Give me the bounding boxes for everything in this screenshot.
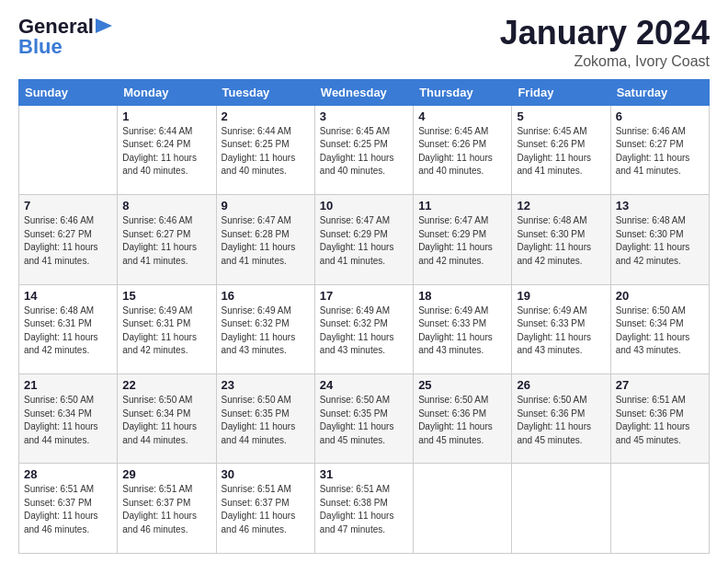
logo-arrow-icon xyxy=(96,18,112,33)
day-info: Sunrise: 6:45 AMSunset: 6:26 PMDaylight:… xyxy=(418,125,506,178)
day-number: 9 xyxy=(222,199,310,213)
day-info: Sunrise: 6:51 AMSunset: 6:37 PMDaylight:… xyxy=(222,483,310,536)
day-info: Sunrise: 6:49 AMSunset: 6:33 PMDaylight:… xyxy=(418,304,506,358)
col-thursday: Thursday xyxy=(414,79,512,105)
table-row: 5Sunrise: 6:45 AMSunset: 6:26 PMDaylight… xyxy=(512,105,610,194)
day-info: Sunrise: 6:49 AMSunset: 6:32 PMDaylight:… xyxy=(320,304,408,358)
day-number: 13 xyxy=(616,199,704,213)
day-info: Sunrise: 6:48 AMSunset: 6:31 PMDaylight:… xyxy=(24,304,112,358)
table-row: 17Sunrise: 6:49 AMSunset: 6:32 PMDayligh… xyxy=(314,284,413,373)
day-number: 23 xyxy=(222,378,310,392)
day-number: 16 xyxy=(222,289,310,303)
day-info: Sunrise: 6:50 AMSunset: 6:34 PMDaylight:… xyxy=(24,394,112,447)
table-row: 11Sunrise: 6:47 AMSunset: 6:29 PMDayligh… xyxy=(414,195,512,284)
day-number: 20 xyxy=(616,289,704,303)
logo-blue: Blue xyxy=(18,35,63,59)
table-row: 22Sunrise: 6:50 AMSunset: 6:34 PMDayligh… xyxy=(118,374,216,464)
calendar-table: Sunday Monday Tuesday Wednesday Thursday… xyxy=(18,79,710,554)
day-number: 1 xyxy=(122,109,210,123)
day-info: Sunrise: 6:45 AMSunset: 6:26 PMDaylight:… xyxy=(517,125,605,178)
table-row: 31Sunrise: 6:51 AMSunset: 6:38 PMDayligh… xyxy=(314,464,413,554)
day-info: Sunrise: 6:50 AMSunset: 6:35 PMDaylight:… xyxy=(222,394,310,447)
day-number: 5 xyxy=(517,109,605,123)
day-info: Sunrise: 6:50 AMSunset: 6:34 PMDaylight:… xyxy=(616,304,704,358)
table-row xyxy=(19,105,118,194)
table-row: 24Sunrise: 6:50 AMSunset: 6:35 PMDayligh… xyxy=(314,374,413,464)
calendar-week-row: 1Sunrise: 6:44 AMSunset: 6:24 PMDaylight… xyxy=(19,105,710,194)
table-row xyxy=(512,464,610,554)
table-row: 3Sunrise: 6:45 AMSunset: 6:25 PMDaylight… xyxy=(314,105,413,194)
day-info: Sunrise: 6:50 AMSunset: 6:35 PMDaylight:… xyxy=(320,394,408,447)
svg-marker-0 xyxy=(96,18,112,33)
table-row: 7Sunrise: 6:46 AMSunset: 6:27 PMDaylight… xyxy=(19,195,118,284)
title-area: January 2024 Zokoma, Ivory Coast xyxy=(500,15,710,70)
day-info: Sunrise: 6:45 AMSunset: 6:25 PMDaylight:… xyxy=(320,125,408,178)
day-info: Sunrise: 6:44 AMSunset: 6:24 PMDaylight:… xyxy=(122,125,210,178)
table-row: 6Sunrise: 6:46 AMSunset: 6:27 PMDaylight… xyxy=(610,105,709,194)
table-row: 26Sunrise: 6:50 AMSunset: 6:36 PMDayligh… xyxy=(512,374,610,464)
day-number: 7 xyxy=(24,199,112,213)
day-info: Sunrise: 6:46 AMSunset: 6:27 PMDaylight:… xyxy=(616,125,704,178)
day-number: 8 xyxy=(122,199,210,213)
day-info: Sunrise: 6:48 AMSunset: 6:30 PMDaylight:… xyxy=(517,214,605,268)
day-number: 15 xyxy=(122,289,210,303)
col-sunday: Sunday xyxy=(19,79,118,105)
table-row: 2Sunrise: 6:44 AMSunset: 6:25 PMDaylight… xyxy=(216,105,314,194)
day-info: Sunrise: 6:50 AMSunset: 6:34 PMDaylight:… xyxy=(122,394,210,447)
day-number: 14 xyxy=(24,289,112,303)
table-row: 9Sunrise: 6:47 AMSunset: 6:28 PMDaylight… xyxy=(216,195,314,284)
table-row: 27Sunrise: 6:51 AMSunset: 6:36 PMDayligh… xyxy=(610,374,709,464)
month-title: January 2024 xyxy=(500,15,710,52)
table-row: 4Sunrise: 6:45 AMSunset: 6:26 PMDaylight… xyxy=(414,105,512,194)
table-row: 30Sunrise: 6:51 AMSunset: 6:37 PMDayligh… xyxy=(216,464,314,554)
day-number: 12 xyxy=(517,199,605,213)
table-row: 18Sunrise: 6:49 AMSunset: 6:33 PMDayligh… xyxy=(414,284,512,373)
col-saturday: Saturday xyxy=(610,79,709,105)
calendar-week-row: 21Sunrise: 6:50 AMSunset: 6:34 PMDayligh… xyxy=(19,374,710,464)
day-info: Sunrise: 6:50 AMSunset: 6:36 PMDaylight:… xyxy=(418,394,506,447)
day-info: Sunrise: 6:46 AMSunset: 6:27 PMDaylight:… xyxy=(24,214,112,268)
day-info: Sunrise: 6:51 AMSunset: 6:36 PMDaylight:… xyxy=(616,394,704,447)
day-number: 29 xyxy=(122,467,210,481)
day-number: 31 xyxy=(320,467,408,481)
day-number: 18 xyxy=(418,289,506,303)
day-info: Sunrise: 6:48 AMSunset: 6:30 PMDaylight:… xyxy=(616,214,704,268)
day-info: Sunrise: 6:51 AMSunset: 6:37 PMDaylight:… xyxy=(122,483,210,536)
day-number: 26 xyxy=(517,378,605,392)
table-row: 14Sunrise: 6:48 AMSunset: 6:31 PMDayligh… xyxy=(19,284,118,373)
day-number: 21 xyxy=(24,378,112,392)
col-wednesday: Wednesday xyxy=(314,79,413,105)
col-monday: Monday xyxy=(118,79,216,105)
day-info: Sunrise: 6:49 AMSunset: 6:31 PMDaylight:… xyxy=(122,304,210,358)
day-number: 3 xyxy=(320,109,408,123)
table-row: 8Sunrise: 6:46 AMSunset: 6:27 PMDaylight… xyxy=(118,195,216,284)
table-row: 21Sunrise: 6:50 AMSunset: 6:34 PMDayligh… xyxy=(19,374,118,464)
table-row xyxy=(610,464,709,554)
day-info: Sunrise: 6:46 AMSunset: 6:27 PMDaylight:… xyxy=(122,214,210,268)
table-row: 20Sunrise: 6:50 AMSunset: 6:34 PMDayligh… xyxy=(610,284,709,373)
day-info: Sunrise: 6:49 AMSunset: 6:33 PMDaylight:… xyxy=(517,304,605,358)
day-info: Sunrise: 6:50 AMSunset: 6:36 PMDaylight:… xyxy=(517,394,605,447)
day-number: 6 xyxy=(616,109,704,123)
table-row: 19Sunrise: 6:49 AMSunset: 6:33 PMDayligh… xyxy=(512,284,610,373)
col-friday: Friday xyxy=(512,79,610,105)
calendar-week-row: 28Sunrise: 6:51 AMSunset: 6:37 PMDayligh… xyxy=(19,464,710,554)
table-row: 13Sunrise: 6:48 AMSunset: 6:30 PMDayligh… xyxy=(610,195,709,284)
table-row: 23Sunrise: 6:50 AMSunset: 6:35 PMDayligh… xyxy=(216,374,314,464)
day-number: 4 xyxy=(418,109,506,123)
location: Zokoma, Ivory Coast xyxy=(500,53,710,70)
day-number: 30 xyxy=(222,467,310,481)
day-info: Sunrise: 6:49 AMSunset: 6:32 PMDaylight:… xyxy=(222,304,310,358)
day-number: 11 xyxy=(418,199,506,213)
table-row: 28Sunrise: 6:51 AMSunset: 6:37 PMDayligh… xyxy=(19,464,118,554)
table-row: 1Sunrise: 6:44 AMSunset: 6:24 PMDaylight… xyxy=(118,105,216,194)
day-info: Sunrise: 6:44 AMSunset: 6:25 PMDaylight:… xyxy=(222,125,310,178)
day-info: Sunrise: 6:51 AMSunset: 6:38 PMDaylight:… xyxy=(320,483,408,536)
table-row: 29Sunrise: 6:51 AMSunset: 6:37 PMDayligh… xyxy=(118,464,216,554)
table-row: 25Sunrise: 6:50 AMSunset: 6:36 PMDayligh… xyxy=(414,374,512,464)
day-number: 27 xyxy=(616,378,704,392)
table-row: 12Sunrise: 6:48 AMSunset: 6:30 PMDayligh… xyxy=(512,195,610,284)
day-info: Sunrise: 6:47 AMSunset: 6:28 PMDaylight:… xyxy=(222,214,310,268)
day-number: 17 xyxy=(320,289,408,303)
col-tuesday: Tuesday xyxy=(216,79,314,105)
